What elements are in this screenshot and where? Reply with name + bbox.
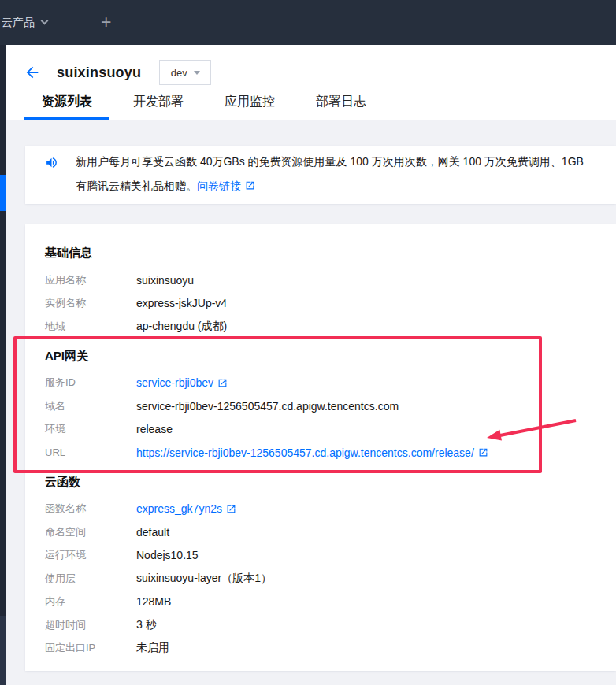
info-value: Nodejs10.15 (136, 549, 199, 561)
info-label: 使用层 (45, 572, 136, 586)
info-row: 内存 128MB (45, 591, 616, 614)
info-row: 超时时间 3 秒 (45, 613, 616, 637)
section-title: API网关 (45, 348, 616, 364)
header-row: suixinsuoyu dev (6, 59, 616, 86)
info-label: 超时时间 (45, 618, 136, 632)
section-title: 云函数 (45, 474, 616, 490)
info-value: release (136, 423, 173, 435)
info-value: suixinsuoyu (136, 274, 194, 287)
page-title: suixinsuoyu (57, 65, 141, 81)
info-row: 函数名称 express_gk7yn2s (45, 498, 616, 521)
info-link[interactable]: service-rbji0bev (136, 376, 213, 389)
tab-dev-deploy[interactable]: 开发部署 (116, 94, 201, 120)
tab-app-monitor[interactable]: 应用监控 (207, 94, 292, 120)
info-label: 地域 (45, 320, 136, 334)
resource-detail-card: 基础信息 应用名称 suixinsuoyu 实例名称 express-jskJU… (25, 224, 616, 671)
info-label: 环境 (45, 422, 136, 436)
topbar: 云产品 + (0, 0, 616, 45)
topbar-divider (69, 14, 69, 31)
cloud-products-menu[interactable]: 云产品 (2, 16, 47, 30)
info-row: 域名 service-rbji0bev-1256505457.cd.apigw.… (45, 394, 616, 418)
tab-bar: 资源列表 开发部署 应用监控 部署日志 (24, 94, 390, 120)
info-section: 基础信息 应用名称 suixinsuoyu 实例名称 express-jskJU… (45, 245, 616, 339)
banner-text: 新用户每月可享受云函数 40万GBs 的免费资源使用量及 100 万次用次数，网… (76, 150, 616, 198)
info-row: URL https://service-rbji0bev-1256505457.… (45, 441, 616, 465)
info-row: 应用名称 suixinsuoyu (45, 268, 616, 292)
external-link-icon (245, 180, 255, 191)
info-link[interactable]: https://service-rbji0bev-1256505457.cd.a… (136, 446, 474, 459)
env-selector[interactable]: dev (159, 60, 211, 85)
banner-line2-prefix: 有腾讯云精美礼品相赠。 (76, 180, 197, 192)
section-title: 基础信息 (45, 245, 616, 261)
section-rows: 应用名称 suixinsuoyu 实例名称 express-jskJUp-v4 … (45, 268, 616, 339)
info-label: URL (45, 446, 136, 458)
tab-resource-list[interactable]: 资源列表 (24, 94, 109, 120)
banner-line1: 新用户每月可享受云函数 40万GBs 的免费资源使用量及 100 万次用次数，网… (76, 150, 616, 174)
info-label: 内存 (45, 594, 136, 609)
info-value: service-rbji0bev-1256505457.cd.apigw.ten… (136, 400, 399, 413)
back-arrow-icon (24, 64, 41, 81)
section-rows: 服务ID service-rbji0bev 域名 service-rbji0be… (45, 372, 616, 465)
external-link-icon[interactable] (217, 378, 228, 388)
info-row: 固定出口IP 未启用 (45, 637, 616, 661)
info-label: 应用名称 (45, 273, 136, 287)
app-root: { "topbar": { "cloud_products_label": "云… (0, 0, 616, 685)
back-button[interactable] (24, 64, 41, 81)
info-label: 命名空间 (45, 525, 136, 539)
external-link-icon[interactable] (478, 447, 488, 457)
info-label: 运行环境 (45, 548, 136, 562)
info-label: 固定出口IP (45, 641, 136, 655)
info-section: 云函数 函数名称 express_gk7yn2s 命名空间 default 运行… (45, 474, 616, 661)
info-value: express-jskJUp-v4 (136, 297, 227, 309)
survey-link[interactable]: 问卷链接 (197, 180, 241, 192)
info-section: API网关 服务ID service-rbji0bev 域名 service-r… (45, 348, 616, 465)
info-label: 函数名称 (45, 502, 136, 516)
info-row: 命名空间 default (45, 520, 616, 544)
info-value: suixinsuoyu-layer（版本1） (136, 572, 272, 586)
env-selected-value: dev (171, 67, 187, 79)
caret-down-icon (194, 71, 200, 75)
sidebar-footer (0, 616, 6, 685)
section-rows: 函数名称 express_gk7yn2s 命名空间 default 运行环境 N… (45, 498, 616, 661)
info-label: 域名 (45, 399, 136, 413)
info-row: 服务ID service-rbji0bev (45, 372, 616, 395)
info-row: 使用层 suixinsuoyu-layer（版本1） (45, 567, 616, 591)
info-label: 服务ID (45, 376, 136, 390)
info-row: 地域 ap-chengdu (成都) (45, 315, 616, 339)
notice-banner: 新用户每月可享受云函数 40万GBs 的免费资源使用量及 100 万次用次数，网… (25, 146, 616, 204)
info-value: ap-chengdu (成都) (136, 320, 227, 334)
info-value: 未启用 (136, 641, 169, 655)
banner-line2: 有腾讯云精美礼品相赠。问卷链接 (76, 174, 616, 198)
megaphone-icon (45, 156, 58, 169)
sidebar (0, 45, 6, 685)
chevron-down-icon (41, 17, 49, 25)
info-label: 实例名称 (45, 296, 136, 310)
page-header: suixinsuoyu dev 资源列表 开发部署 应用监控 部署日志 (6, 45, 616, 120)
info-link[interactable]: express_gk7yn2s (136, 502, 222, 515)
info-row: 实例名称 express-jskJUp-v4 (45, 292, 616, 316)
info-value: default (136, 526, 169, 539)
info-row: 运行环境 Nodejs10.15 (45, 544, 616, 568)
external-link-icon[interactable] (226, 504, 236, 514)
cloud-products-label: 云产品 (2, 16, 35, 30)
info-value: 3 秒 (136, 618, 157, 632)
add-tab-button[interactable]: + (96, 13, 116, 31)
sidebar-active-indicator[interactable] (0, 175, 6, 211)
info-row: 环境 release (45, 418, 616, 442)
info-value: 128MB (136, 595, 171, 608)
tab-deploy-logs[interactable]: 部署日志 (299, 94, 384, 120)
